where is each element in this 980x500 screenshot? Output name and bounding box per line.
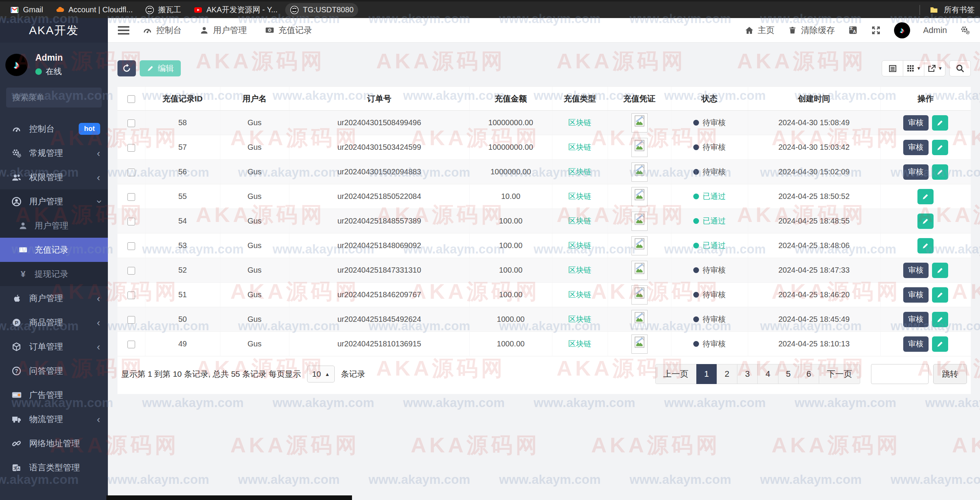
row-checkbox[interactable]: [127, 119, 135, 127]
fullscreen-icon[interactable]: [871, 25, 881, 35]
sidebar-item-订单管理[interactable]: 订单管理‹: [0, 334, 108, 359]
voucher-thumbnail[interactable]: [631, 334, 648, 354]
column-header[interactable]: 操作: [880, 87, 971, 111]
navbar-username[interactable]: Admin: [923, 25, 947, 35]
settings-cogs-icon[interactable]: [960, 25, 970, 35]
edit-button[interactable]: 编辑: [140, 60, 181, 76]
sidebar-item-问答管理[interactable]: ?问答管理: [0, 359, 108, 383]
refresh-button[interactable]: [117, 60, 136, 76]
edit-row-button[interactable]: [932, 336, 948, 352]
page-button-4[interactable]: 4: [757, 364, 778, 384]
select-all-checkbox[interactable]: [127, 95, 135, 103]
voucher-thumbnail[interactable]: [631, 261, 648, 280]
edit-row-button[interactable]: [932, 312, 948, 327]
column-header[interactable]: 充值记录ID: [145, 87, 220, 111]
bookmark-item[interactable]: Account | Cloudfl...: [51, 3, 137, 17]
row-checkbox[interactable]: [127, 218, 135, 225]
voucher-thumbnail[interactable]: [631, 212, 648, 231]
cell-recharge-type[interactable]: 区块链: [568, 241, 592, 250]
page-button-3[interactable]: 3: [737, 364, 758, 384]
jump-button[interactable]: 跳转: [933, 364, 967, 384]
voucher-thumbnail[interactable]: [631, 310, 648, 329]
cell-recharge-type[interactable]: 区块链: [568, 315, 592, 323]
sidebar-search[interactable]: [6, 88, 102, 108]
voucher-thumbnail[interactable]: [631, 138, 648, 157]
row-checkbox[interactable]: [127, 267, 135, 275]
page-button-6[interactable]: 6: [798, 364, 819, 384]
clear-cache-link[interactable]: 清除缓存: [788, 25, 835, 36]
sidebar-item-常规管理[interactable]: 常规管理‹: [0, 141, 108, 165]
audit-button[interactable]: 审核: [903, 164, 929, 180]
sidebar-item-商品管理[interactable]: P商品管理‹: [0, 310, 108, 334]
sidebar-item-用户管理[interactable]: 用户管理: [0, 214, 108, 238]
edit-row-button[interactable]: [917, 214, 934, 229]
bookmark-item[interactable]: 搬瓦工: [140, 2, 186, 17]
avatar[interactable]: ♪: [5, 54, 28, 76]
row-checkbox[interactable]: [127, 144, 135, 152]
audit-button[interactable]: 审核: [903, 115, 929, 131]
sidebar-item-商户管理[interactable]: 商户管理‹: [0, 286, 108, 310]
export-button[interactable]: ▼: [924, 60, 945, 76]
column-header[interactable]: 订单号: [289, 87, 469, 111]
sidebar-item-用户管理[interactable]: 用户管理‹: [0, 189, 108, 214]
sidebar-item-控制台[interactable]: 控制台hot: [0, 117, 108, 141]
bookmark-item[interactable]: Gmail: [5, 3, 48, 17]
select-all-header[interactable]: [117, 87, 145, 111]
edit-row-button[interactable]: [917, 189, 934, 204]
next-page-button[interactable]: 下一页: [819, 364, 860, 384]
cell-recharge-type[interactable]: 区块链: [568, 266, 592, 274]
toggle-view-button[interactable]: [882, 60, 903, 76]
column-header[interactable]: 充值凭证: [608, 87, 671, 111]
nav-tab-控制台[interactable]: 控制台: [142, 25, 182, 36]
bookmark-item[interactable]: TG:USDT8080: [285, 3, 358, 17]
page-button-2[interactable]: 2: [717, 364, 737, 384]
voucher-thumbnail[interactable]: [631, 236, 648, 255]
row-checkbox[interactable]: [127, 169, 135, 176]
nav-tab-用户管理[interactable]: 用户管理: [199, 25, 247, 36]
nav-tab-充值记录[interactable]: 0充值记录: [264, 25, 312, 36]
bookmark-item[interactable]: AKA开发资源网 - Y...: [189, 2, 282, 17]
row-checkbox[interactable]: [127, 316, 135, 324]
sidebar-item-提现记录[interactable]: ¥提现记录: [0, 262, 108, 286]
cell-recharge-type[interactable]: 区块链: [568, 143, 592, 151]
edit-row-button[interactable]: [932, 263, 948, 278]
audit-button[interactable]: 审核: [903, 263, 929, 278]
column-header[interactable]: 充值类型: [552, 87, 608, 111]
prev-page-button[interactable]: 上一页: [655, 364, 697, 384]
voucher-thumbnail[interactable]: [631, 113, 648, 132]
cell-recharge-type[interactable]: 区块链: [568, 217, 592, 225]
audit-button[interactable]: 审核: [903, 312, 929, 327]
sidebar-item-广告管理[interactable]: 广告管理: [0, 383, 108, 407]
column-header[interactable]: 状态: [671, 87, 748, 111]
audit-button[interactable]: 审核: [903, 287, 929, 303]
cell-recharge-type[interactable]: 区块链: [568, 192, 592, 200]
all-bookmarks-label[interactable]: 所有书签: [944, 5, 975, 15]
search-toggle-button[interactable]: [949, 60, 971, 76]
edit-row-button[interactable]: [932, 140, 948, 155]
cell-recharge-type[interactable]: 区块链: [568, 290, 592, 299]
cell-recharge-type[interactable]: 区块链: [568, 118, 592, 127]
column-header[interactable]: 用户名: [220, 87, 289, 111]
audit-button[interactable]: 审核: [903, 140, 929, 155]
row-checkbox[interactable]: [127, 341, 135, 348]
sidebar-item-充值记录[interactable]: 0充值记录: [0, 238, 108, 262]
edit-row-button[interactable]: [932, 287, 948, 303]
jump-page-input[interactable]: [871, 364, 929, 384]
voucher-thumbnail[interactable]: [631, 162, 648, 182]
user-avatar[interactable]: ♪: [894, 22, 910, 38]
column-header[interactable]: 创建时间: [748, 87, 880, 111]
row-checkbox[interactable]: [127, 242, 135, 250]
audit-button[interactable]: 审核: [903, 336, 929, 352]
hamburger-menu-icon[interactable]: [118, 26, 129, 35]
page-button-5[interactable]: 5: [778, 364, 799, 384]
menu-search-input[interactable]: [12, 93, 116, 102]
row-checkbox[interactable]: [127, 193, 135, 201]
columns-button[interactable]: ▼: [903, 60, 924, 76]
translate-icon[interactable]: 文A: [848, 25, 858, 35]
page-button-1[interactable]: 1: [696, 364, 717, 384]
page-size-select[interactable]: 10▲: [307, 366, 335, 382]
voucher-thumbnail[interactable]: [631, 285, 648, 305]
voucher-thumbnail[interactable]: [631, 187, 648, 206]
cell-recharge-type[interactable]: 区块链: [568, 339, 592, 348]
sidebar-item-权限管理[interactable]: 权限管理‹: [0, 165, 108, 189]
